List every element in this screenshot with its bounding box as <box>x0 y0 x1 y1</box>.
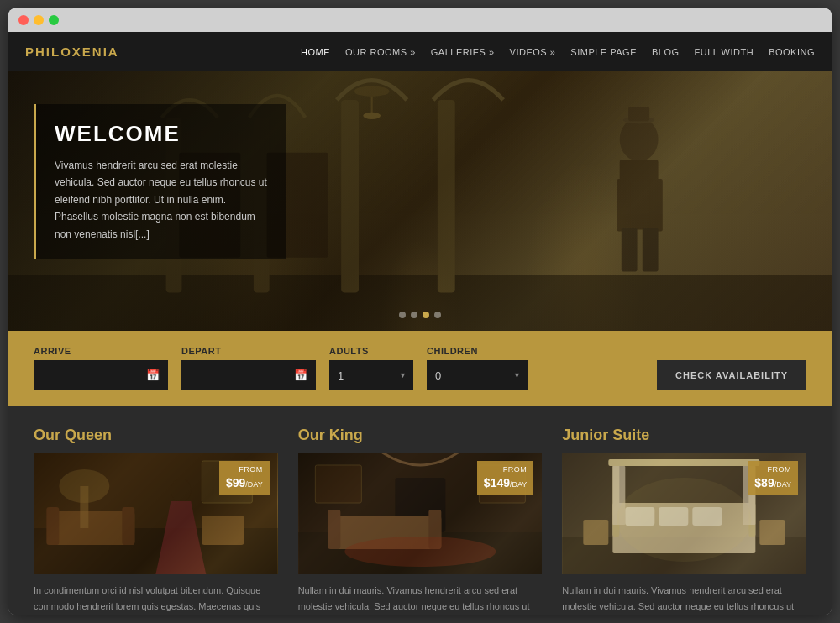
svg-rect-43 <box>609 459 760 466</box>
arrive-label: Arrive <box>34 346 168 356</box>
room-junior-title: Junior Suite <box>562 427 806 444</box>
nav-rooms[interactable]: OUR ROOMS » <box>345 47 416 57</box>
room-king-price: FROM $149/DAY <box>477 461 534 495</box>
room-junior-price: FROM $89/DAY <box>748 461 798 495</box>
king-price-from: FROM <box>484 464 528 475</box>
adults-select[interactable]: 1 2 3 4 5 <box>329 360 413 390</box>
nav-blog[interactable]: BLOG <box>652 47 680 57</box>
calendar-icon-arrive: 📅 <box>146 369 160 382</box>
children-label: Children <box>427 346 528 356</box>
nav-home[interactable]: HOME <box>301 47 330 57</box>
carousel-dot-3[interactable] <box>423 312 429 318</box>
nav-videos[interactable]: VIDEOS » <box>510 47 556 57</box>
hero-title: WELCOME <box>55 121 267 147</box>
room-junior-image[interactable]: FROM $89/DAY <box>562 453 806 574</box>
close-button[interactable] <box>18 15 29 25</box>
room-king-image[interactable]: FROM $149/DAY <box>298 453 543 574</box>
booking-bar: Arrive 📅 Depart 📅 Adults 1 2 <box>8 331 832 406</box>
navbar: PHILOXENIA HOME OUR ROOMS » GALLERIES » … <box>8 32 832 71</box>
svg-point-35 <box>344 537 496 567</box>
svg-rect-24 <box>202 516 244 545</box>
svg-rect-23 <box>122 507 134 545</box>
minimize-button[interactable] <box>34 15 44 25</box>
carousel-dot-4[interactable] <box>434 312 441 318</box>
site-logo[interactable]: PHILOXENIA <box>25 44 119 59</box>
hero-content: WELCOME Vivamus hendrerit arcu sed erat … <box>34 104 286 259</box>
svg-rect-49 <box>584 520 609 545</box>
room-card-queen: Our Queen <box>34 427 278 615</box>
room-queen-price: FROM $99/DAY <box>219 461 270 495</box>
calendar-icon-depart: 📅 <box>294 369 307 382</box>
depart-field: Depart 📅 <box>181 346 316 390</box>
room-card-king: Our King <box>298 427 543 615</box>
hero-section: WELCOME Vivamus hendrerit arcu sed erat … <box>8 71 832 331</box>
browser-body: PHILOXENIA HOME OUR ROOMS » GALLERIES » … <box>8 32 832 615</box>
svg-rect-50 <box>760 520 785 545</box>
children-select[interactable]: 0 1 2 3 4 <box>427 360 528 390</box>
room-queen-title: Our Queen <box>34 427 278 444</box>
svg-point-27 <box>171 479 191 502</box>
adults-field: Adults 1 2 3 4 5 <box>329 346 413 390</box>
room-queen-description: In condimentum orci id nisl volutpat bib… <box>34 583 278 615</box>
adults-select-wrapper: 1 2 3 4 5 <box>329 360 413 390</box>
hero-welcome-box: WELCOME Vivamus hendrerit arcu sed erat … <box>34 104 286 259</box>
adults-label: Adults <box>329 346 413 356</box>
room-card-junior: Junior Suite <box>562 427 806 615</box>
hero-carousel-dots <box>399 312 441 318</box>
room-junior-description: Nullam in dui mauris. Vivamus hendrerit … <box>562 583 806 615</box>
nav-galleries[interactable]: GALLERIES » <box>431 47 495 57</box>
queen-price-from: FROM <box>226 464 263 475</box>
queen-price-amount: $99 <box>226 476 245 490</box>
nav-simple-page[interactable]: SIMPLE PAGE <box>570 47 637 57</box>
king-price-per: /DAY <box>510 480 527 489</box>
king-price-amount: $149 <box>484 476 510 490</box>
junior-price-amount: $89 <box>754 476 774 490</box>
svg-rect-26 <box>80 486 88 528</box>
carousel-dot-2[interactable] <box>411 312 417 318</box>
svg-point-51 <box>617 478 752 562</box>
maximize-button[interactable] <box>49 15 59 25</box>
depart-input[interactable]: 📅 <box>181 360 316 390</box>
children-field: Children 0 1 2 3 4 <box>427 346 528 390</box>
arrive-field: Arrive 📅 <box>34 346 168 390</box>
svg-rect-33 <box>328 510 340 549</box>
check-availability-button[interactable]: CHECK AVAILABILITY <box>657 360 806 390</box>
junior-price-from: FROM <box>754 464 791 475</box>
room-queen-image[interactable]: FROM $99/DAY <box>34 453 278 574</box>
room-king-title: Our King <box>298 427 543 444</box>
room-king-description: Nullam in dui mauris. Vivamus hendrerit … <box>298 583 543 615</box>
nav-full-width[interactable]: FULL WIDTH <box>695 47 754 57</box>
svg-rect-22 <box>46 507 59 545</box>
carousel-dot-1[interactable] <box>399 312 406 318</box>
queen-price-per: /DAY <box>245 480 262 489</box>
rooms-section: Our Queen <box>8 406 832 615</box>
depart-label: Depart <box>181 346 316 356</box>
arrive-input[interactable]: 📅 <box>34 360 168 390</box>
browser-window: PHILOXENIA HOME OUR ROOMS » GALLERIES » … <box>8 8 832 615</box>
nav-booking[interactable]: BOOKING <box>769 47 815 57</box>
children-select-wrapper: 0 1 2 3 4 <box>427 360 528 390</box>
browser-titlebar <box>8 8 832 32</box>
junior-price-per: /DAY <box>774 480 791 489</box>
hero-description: Vivamus hendrerit arcu sed erat molestie… <box>55 157 267 243</box>
svg-rect-36 <box>315 465 361 503</box>
nav-links: HOME OUR ROOMS » GALLERIES » VIDEOS » SI… <box>301 44 815 59</box>
